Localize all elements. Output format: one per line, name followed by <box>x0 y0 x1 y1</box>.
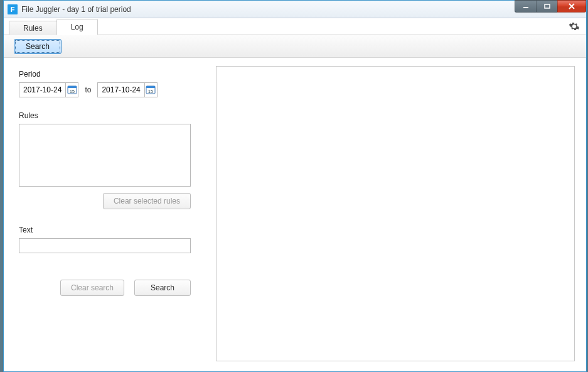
svg-text:15: 15 <box>148 89 153 94</box>
gear-icon <box>569 21 580 32</box>
app-window: F File Juggler - day 1 of trial period R… <box>3 0 587 372</box>
toolbar: Search <box>4 35 586 58</box>
minimize-button[interactable] <box>515 0 536 13</box>
results-panel <box>211 58 586 371</box>
calendar-icon: 15 <box>146 85 156 95</box>
toolbar-search-button[interactable]: Search <box>14 39 61 54</box>
text-label: Text <box>19 226 196 234</box>
search-actions: Clear search Search <box>19 280 191 296</box>
tab-rules[interactable]: Rules <box>9 21 57 35</box>
close-button[interactable] <box>557 0 586 13</box>
maximize-button[interactable] <box>536 0 557 13</box>
date-to-field[interactable]: 2017-10-24 15 <box>97 82 157 97</box>
date-to-value: 2017-10-24 <box>98 83 144 97</box>
app-icon: F <box>8 4 18 14</box>
svg-rect-0 <box>523 7 528 8</box>
date-to-picker-button[interactable]: 15 <box>144 83 157 97</box>
period-label: Period <box>19 70 196 79</box>
rules-label: Rules <box>19 111 196 120</box>
content-area: Period 2017-10-24 15 to 2017-10-24 15 Ru… <box>4 58 586 371</box>
tab-log[interactable]: Log <box>56 19 98 35</box>
rules-listbox[interactable] <box>19 124 191 187</box>
minimize-icon <box>523 4 529 9</box>
titlebar: F File Juggler - day 1 of trial period <box>4 1 586 18</box>
svg-text:15: 15 <box>70 89 75 94</box>
clear-selected-rules-button[interactable]: Clear selected rules <box>103 193 191 209</box>
date-from-picker-button[interactable]: 15 <box>65 83 78 97</box>
svg-rect-3 <box>68 86 77 88</box>
svg-rect-6 <box>146 86 155 88</box>
date-from-value: 2017-10-24 <box>19 83 65 97</box>
period-to-label: to <box>85 85 91 94</box>
period-row: 2017-10-24 15 to 2017-10-24 15 <box>19 82 196 97</box>
rules-actions: Clear selected rules <box>19 193 191 209</box>
date-from-field[interactable]: 2017-10-24 15 <box>19 82 78 97</box>
tab-bar: Rules Log <box>4 18 586 35</box>
log-results-list[interactable] <box>216 66 575 361</box>
calendar-icon: 15 <box>67 85 77 95</box>
close-icon <box>568 3 575 9</box>
settings-button[interactable] <box>569 21 580 32</box>
maximize-icon <box>544 4 550 9</box>
text-search-input[interactable] <box>19 238 191 253</box>
search-button[interactable]: Search <box>134 280 191 296</box>
window-title: File Juggler - day 1 of trial period <box>21 5 131 14</box>
svg-rect-1 <box>545 4 550 8</box>
search-panel: Period 2017-10-24 15 to 2017-10-24 15 Ru… <box>4 58 211 371</box>
clear-search-button[interactable]: Clear search <box>60 280 124 296</box>
window-controls <box>515 0 586 13</box>
